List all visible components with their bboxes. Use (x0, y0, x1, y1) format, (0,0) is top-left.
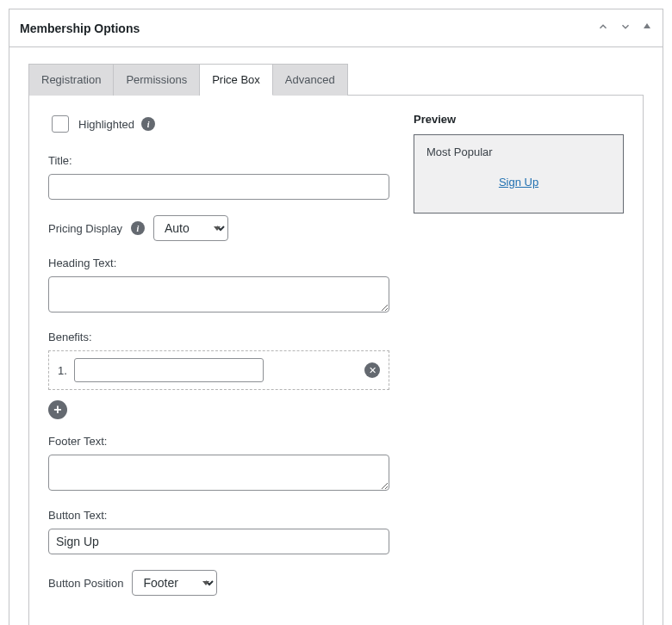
move-up-icon[interactable] (597, 21, 609, 35)
footer-text-field: Footer Text: (48, 435, 389, 493)
tab-permissions[interactable]: Permissions (114, 64, 200, 96)
svg-marker-0 (644, 23, 650, 28)
button-text-field: Button Text: (48, 509, 389, 554)
heading-text-label: Heading Text: (48, 257, 389, 269)
tab-advanced[interactable]: Advanced (273, 64, 348, 96)
info-icon[interactable]: i (141, 117, 155, 131)
preview-column: Preview Most Popular Sign Up (414, 113, 624, 611)
info-icon[interactable]: i (131, 221, 145, 235)
panel-header: Membership Options (9, 9, 663, 47)
preview-button-wrap: Sign Up (426, 176, 611, 189)
button-position-label: Button Position (48, 577, 123, 590)
tab-price-box[interactable]: Price Box (200, 64, 273, 96)
button-text-input[interactable] (48, 529, 389, 554)
highlighted-checkbox[interactable] (52, 115, 69, 133)
benefits-field: Benefits: 1. ✕ + (48, 331, 389, 419)
footer-text-label: Footer Text: (48, 435, 389, 448)
benefit-number: 1. (58, 364, 67, 377)
pricing-display-select[interactable]: Auto (153, 215, 228, 241)
form-column: Highlighted i Title: Pricing Display i A… (48, 113, 389, 611)
heading-text-field: Heading Text: (48, 257, 389, 315)
preview-box: Most Popular Sign Up (414, 134, 624, 213)
heading-text-input[interactable] (48, 276, 389, 312)
toggle-panel-icon[interactable] (642, 21, 652, 35)
tabs: Registration Permissions Price Box Advan… (28, 63, 644, 95)
title-field: Title: (48, 154, 389, 200)
pricing-display-label: Pricing Display (48, 222, 122, 235)
membership-options-panel: Membership Options Registration Permissi… (9, 9, 663, 625)
title-input[interactable] (48, 174, 389, 200)
tab-content-price-box: Highlighted i Title: Pricing Display i A… (28, 95, 644, 625)
button-position-select[interactable]: Footer (132, 570, 217, 596)
panel-handle-actions (597, 21, 652, 35)
panel-title: Membership Options (20, 22, 140, 35)
preview-signup-link[interactable]: Sign Up (499, 176, 538, 189)
panel-body: Registration Permissions Price Box Advan… (9, 47, 663, 625)
add-benefit-icon[interactable]: + (48, 400, 67, 419)
benefit-input[interactable] (74, 358, 264, 382)
benefits-label: Benefits: (48, 331, 389, 343)
move-down-icon[interactable] (619, 21, 632, 35)
preview-heading: Preview (414, 113, 624, 126)
title-label: Title: (48, 154, 389, 167)
button-text-label: Button Text: (48, 509, 389, 522)
footer-text-input[interactable] (48, 455, 389, 491)
remove-benefit-icon[interactable]: ✕ (364, 362, 380, 378)
preview-title-text: Most Popular (426, 145, 611, 158)
pricing-display-field: Pricing Display i Auto (48, 215, 389, 241)
tab-registration[interactable]: Registration (28, 64, 114, 96)
button-position-field: Button Position Footer (48, 570, 389, 596)
highlighted-label: Highlighted (78, 118, 134, 131)
highlighted-field: Highlighted i (48, 113, 389, 135)
benefit-row: 1. ✕ (48, 350, 389, 390)
